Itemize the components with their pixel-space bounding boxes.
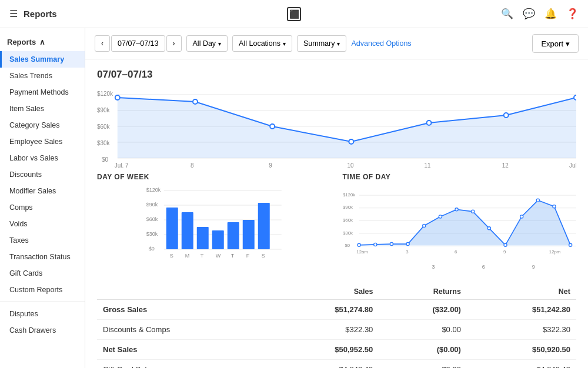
- table-cell-sales: $51,274.80: [269, 300, 379, 320]
- main-content: ‹ 07/07–07/13 › All Day ▾ All Locations …: [85, 28, 588, 368]
- svg-text:$90k: $90k: [97, 107, 110, 113]
- table-cell-sales: $322.30: [269, 320, 379, 340]
- svg-text:$30k: $30k: [146, 231, 158, 237]
- sidebar-item-comps[interactable]: Comps: [0, 199, 85, 216]
- time-filter-button[interactable]: All Day ▾: [186, 35, 228, 52]
- svg-text:6: 6: [455, 249, 457, 255]
- svg-rect-34: [166, 208, 178, 249]
- sidebar-item-sales-summary[interactable]: Sales Summary: [0, 51, 85, 68]
- table-header-sales: Sales: [269, 284, 379, 300]
- sidebar-item-employee-sales[interactable]: Employee Sales: [0, 133, 85, 150]
- charts-row: DAY OF WEEK $120k $90k $60k $30k $0: [97, 173, 576, 270]
- tod-chart-section: TIME OF DAY $120k $90k $60k $30k $0: [343, 173, 577, 270]
- sidebar-item-transaction-status[interactable]: Transaction Status: [0, 249, 85, 265]
- svg-text:$0: $0: [345, 243, 350, 248]
- sidebar-item-cash-drawers[interactable]: Cash Drawers: [0, 322, 85, 339]
- content-body: 07/07–07/13 $120k $90k $60k $30k $0: [85, 59, 588, 368]
- svg-text:S: S: [262, 253, 265, 259]
- top-bar-left: ☰ Reports: [9, 8, 57, 19]
- table-row: Gift Card Sales$4,840.49$0.00$4,840.49: [97, 360, 576, 369]
- svg-point-63: [439, 215, 442, 218]
- svg-text:12pm: 12pm: [549, 249, 560, 255]
- svg-point-12: [270, 124, 275, 129]
- svg-text:F: F: [246, 253, 250, 259]
- svg-text:10: 10: [347, 162, 354, 169]
- svg-text:W: W: [216, 253, 221, 259]
- main-line-chart: $120k $90k $60k $30k $0: [97, 89, 576, 171]
- svg-text:$30k: $30k: [343, 230, 353, 236]
- table-header-returns: Returns: [379, 284, 467, 300]
- tod-chart-title: TIME OF DAY: [343, 173, 577, 181]
- svg-text:8: 8: [191, 162, 194, 169]
- table-header-label: [97, 284, 269, 300]
- sidebar-item-voids[interactable]: Voids: [0, 216, 85, 232]
- sidebar-section-reports[interactable]: Reports ∧: [0, 33, 85, 51]
- table-row: Net Sales$50,952.50($0.00)$50,920.50: [97, 340, 576, 360]
- svg-point-60: [390, 243, 393, 246]
- table-cell-sales: $4,840.49: [269, 360, 379, 369]
- date-range-button[interactable]: 07/07–07/13: [111, 35, 165, 52]
- date-heading: 07/07–07/13: [97, 69, 576, 81]
- svg-point-59: [373, 243, 376, 246]
- app-title: Reports: [24, 9, 57, 19]
- svg-point-62: [422, 224, 425, 227]
- notification-icon[interactable]: 🔔: [544, 8, 557, 20]
- top-bar-icons: 🔍 💬 🔔 ❓: [501, 8, 579, 20]
- tod-extra-label-6b: 6: [482, 264, 485, 270]
- sidebar: Reports ∧ Sales SummarySales TrendsPayme…: [0, 28, 85, 368]
- svg-rect-37: [212, 230, 224, 249]
- sidebar-item-disputes[interactable]: Disputes: [0, 306, 85, 322]
- filter-bar: ‹ 07/07–07/13 › All Day ▾ All Locations …: [85, 28, 588, 59]
- search-icon[interactable]: 🔍: [501, 8, 513, 20]
- message-icon[interactable]: 💬: [523, 8, 535, 20]
- svg-text:$120k: $120k: [97, 91, 113, 97]
- svg-rect-39: [243, 220, 255, 249]
- svg-point-16: [574, 95, 576, 100]
- next-date-button[interactable]: ›: [166, 35, 182, 52]
- dow-bar-chart: $120k $90k $60k $30k $0: [97, 185, 331, 267]
- summary-filter-button[interactable]: Summary ▾: [297, 35, 346, 52]
- svg-text:$60k: $60k: [343, 218, 353, 223]
- advanced-options-link[interactable]: Advanced Options: [351, 39, 411, 48]
- time-filter-arrow-icon: ▾: [218, 41, 221, 47]
- svg-rect-36: [197, 227, 209, 249]
- table-cell-net: $4,840.49: [467, 360, 576, 369]
- svg-rect-40: [258, 203, 270, 249]
- sidebar-item-item-sales[interactable]: Item Sales: [0, 101, 85, 117]
- sidebar-item-taxes[interactable]: Taxes: [0, 232, 85, 249]
- table-cell-returns: $0.00: [379, 360, 467, 369]
- svg-text:$120k: $120k: [343, 192, 355, 198]
- sidebar-item-sales-trends[interactable]: Sales Trends: [0, 68, 85, 84]
- sidebar-divider: [0, 302, 85, 302]
- table-cell-sales: $50,952.50: [269, 340, 379, 360]
- svg-point-11: [193, 99, 198, 104]
- tod-line-chart: $120k $90k $60k $30k $0: [343, 185, 577, 267]
- svg-text:T: T: [201, 253, 204, 259]
- table-cell-returns: ($0.00): [379, 340, 467, 360]
- svg-text:$0: $0: [149, 246, 155, 252]
- reports-section-label: Reports: [7, 38, 36, 46]
- svg-point-10: [115, 95, 120, 100]
- svg-point-15: [504, 113, 509, 118]
- sidebar-item-category-sales[interactable]: Category Sales: [0, 117, 85, 133]
- menu-icon[interactable]: ☰: [9, 8, 18, 19]
- sidebar-item-labor-vs-sales[interactable]: Labor vs Sales: [0, 150, 85, 166]
- sidebar-item-modifier-sales[interactable]: Modifier Sales: [0, 183, 85, 199]
- svg-text:S: S: [170, 253, 173, 259]
- svg-text:3: 3: [406, 249, 408, 255]
- svg-point-65: [471, 210, 474, 213]
- export-button[interactable]: Export ▾: [532, 34, 579, 53]
- prev-date-button[interactable]: ‹: [95, 35, 110, 52]
- sidebar-item-payment-methods[interactable]: Payment Methods: [0, 84, 85, 101]
- summary-filter-arrow-icon: ▾: [337, 41, 340, 47]
- svg-text:9: 9: [269, 162, 272, 169]
- top-bar: ☰ Reports ⬛ 🔍 💬 🔔 ❓: [0, 0, 588, 28]
- help-icon[interactable]: ❓: [566, 8, 579, 20]
- top-bar-center: ⬛: [287, 7, 301, 21]
- svg-text:11: 11: [425, 162, 432, 169]
- svg-point-68: [520, 215, 523, 218]
- sidebar-item-custom-reports[interactable]: Custom Reports: [0, 282, 85, 298]
- sidebar-item-gift-cards[interactable]: Gift Cards: [0, 265, 85, 282]
- location-filter-button[interactable]: All Locations ▾: [232, 35, 292, 52]
- sidebar-item-discounts[interactable]: Discounts: [0, 166, 85, 183]
